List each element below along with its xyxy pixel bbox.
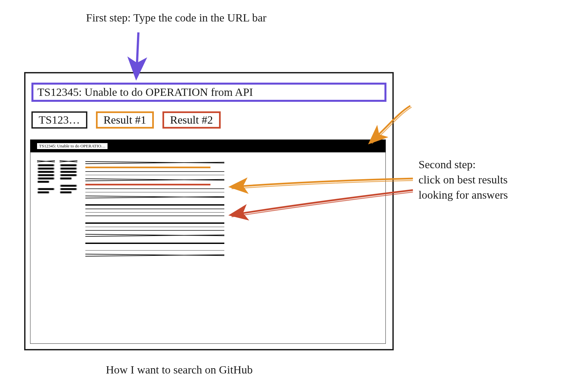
- text-scribble: [85, 161, 224, 164]
- highlighted-result-2[interactable]: [85, 184, 210, 185]
- scribble-icon: [37, 164, 55, 166]
- browser-window: TS12345: Unable to do OPERATION from API…: [24, 72, 394, 350]
- url-bar[interactable]: TS12345: Unable to do OPERATION from API: [31, 83, 386, 102]
- scribble-icon: [37, 174, 55, 176]
- diagram-caption: How I want to search on GitHub: [106, 364, 253, 376]
- results-body: [30, 152, 385, 263]
- text-scribble: [85, 192, 224, 193]
- text-scribble: [85, 227, 224, 227]
- text-scribble: [85, 204, 224, 206]
- scribble-icon: [37, 191, 50, 193]
- results-panel: TS12345: Unable to do OPERATIO…: [30, 139, 386, 344]
- results-content: [85, 160, 224, 256]
- scribble-icon: [60, 188, 77, 190]
- annotation-step2: Second step: click on best results looki…: [419, 157, 508, 203]
- text-scribble: [85, 195, 224, 198]
- scribble-icon: [37, 181, 50, 183]
- scribble-icon: [60, 177, 72, 179]
- scribble-icon: [37, 177, 55, 179]
- sidebar-col-2: [60, 160, 77, 256]
- text-scribble: [85, 230, 224, 231]
- text-scribble: [85, 175, 224, 176]
- highlighted-result-1[interactable]: [85, 167, 210, 168]
- tab-result-1-label: Result #1: [104, 114, 146, 126]
- text-scribble: [85, 216, 224, 216]
- results-sidebar: [37, 160, 77, 256]
- scribble-icon: [37, 160, 55, 163]
- text-scribble: [85, 178, 224, 181]
- tab-active-label: TS123…: [39, 114, 80, 126]
- text-scribble: [85, 171, 224, 172]
- tab-result-1[interactable]: Result #1: [96, 111, 154, 129]
- tab-active[interactable]: TS123…: [31, 111, 87, 129]
- tab-result-2[interactable]: Result #2: [162, 111, 220, 129]
- tab-result-2-label: Result #2: [170, 114, 213, 126]
- sidebar-col-1: [37, 160, 55, 256]
- annotation-step2-line2: click on best results: [419, 172, 508, 187]
- scribble-icon: [60, 185, 77, 187]
- arrow-step1: [136, 32, 138, 77]
- scribble-icon: [60, 164, 77, 166]
- results-title-chip: TS12345: Unable to do OPERATIO…: [37, 143, 108, 149]
- scribble-icon: [60, 160, 77, 163]
- text-scribble: [85, 250, 224, 251]
- results-titlebar: TS12345: Unable to do OPERATIO…: [30, 140, 385, 152]
- text-scribble: [85, 234, 224, 236]
- scribble-icon: [37, 168, 55, 170]
- text-scribble: [85, 243, 224, 244]
- text-scribble: [85, 212, 224, 213]
- scribble-icon: [37, 171, 55, 173]
- url-bar-text: TS12345: Unable to do OPERATION from API: [37, 86, 253, 98]
- tab-row: TS123… Result #1 Result #2: [31, 111, 221, 129]
- scribble-icon: [60, 168, 77, 170]
- text-scribble: [85, 254, 224, 256]
- scribble-icon: [60, 174, 77, 176]
- text-scribble: [85, 188, 224, 189]
- scribble-icon: [60, 171, 77, 173]
- text-scribble: [85, 209, 224, 209]
- scribble-icon: [37, 188, 55, 190]
- text-scribble: [85, 222, 224, 224]
- annotation-step1: First step: Type the code in the URL bar: [86, 12, 266, 24]
- scribble-icon: [60, 191, 72, 193]
- annotation-step2-line3: looking for answers: [419, 187, 508, 203]
- annotation-step2-line1: Second step:: [419, 157, 508, 172]
